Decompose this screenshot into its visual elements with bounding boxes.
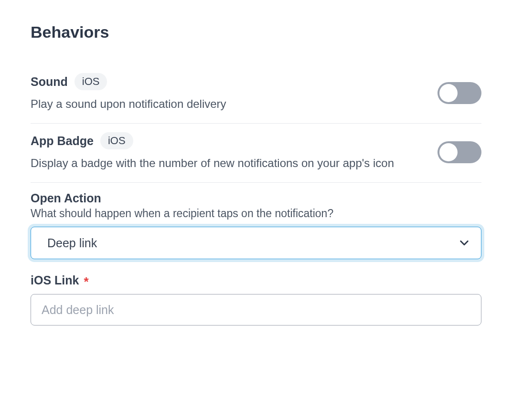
required-asterisk-icon: * <box>84 275 88 288</box>
sound-text: Sound iOS Play a sound upon notification… <box>31 73 437 113</box>
sound-toggle[interactable] <box>437 82 481 104</box>
app-badge-platform-chip: iOS <box>100 132 133 149</box>
ios-link-block: iOS Link * <box>31 273 481 326</box>
behaviors-section: Behaviors Sound iOS Play a sound upon no… <box>0 0 512 420</box>
app-badge-row: App Badge iOS Display a badge with the n… <box>31 124 481 183</box>
open-action-label: Open Action <box>31 191 481 205</box>
sound-row: Sound iOS Play a sound upon notification… <box>31 64 481 124</box>
app-badge-description: Display a badge with the number of new n… <box>31 154 426 172</box>
sound-description: Play a sound upon notification delivery <box>31 95 426 113</box>
chevron-down-icon <box>459 238 469 248</box>
sound-platform-chip: iOS <box>75 73 107 90</box>
app-badge-toggle[interactable] <box>437 141 481 163</box>
open-action-block: Open Action What should happen when a re… <box>31 183 481 259</box>
open-action-selected-value: Deep link <box>47 236 97 250</box>
section-title: Behaviors <box>31 23 481 42</box>
ios-link-label: iOS Link <box>31 273 79 287</box>
app-badge-label: App Badge <box>31 134 94 148</box>
toggle-knob <box>439 84 458 102</box>
toggle-knob <box>439 143 458 161</box>
open-action-select[interactable]: Deep link <box>31 227 481 259</box>
ios-link-input[interactable] <box>31 294 481 326</box>
open-action-help: What should happen when a recipient taps… <box>31 207 481 220</box>
app-badge-text: App Badge iOS Display a badge with the n… <box>31 132 437 172</box>
sound-label: Sound <box>31 75 68 89</box>
